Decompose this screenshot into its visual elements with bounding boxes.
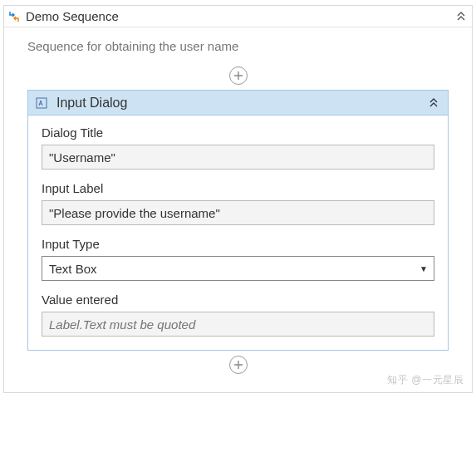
dialog-title-input[interactable] — [42, 145, 434, 170]
value-entered-group: Value entered — [42, 292, 434, 337]
dialog-title-group: Dialog Title — [42, 125, 434, 170]
activity-body: Dialog Title Input Label Input Type ▼ Va… — [28, 116, 448, 350]
input-dialog-activity[interactable]: Input Dialog Dialog Title Input Label — [27, 90, 449, 351]
add-activity-top-row — [27, 61, 449, 90]
value-entered-input[interactable] — [42, 312, 434, 337]
input-label-label: Input Label — [42, 181, 434, 195]
add-activity-bottom-row — [27, 351, 449, 379]
input-type-select[interactable] — [42, 256, 434, 281]
input-type-group: Input Type ▼ — [42, 237, 434, 281]
activity-collapse-icon[interactable] — [426, 96, 441, 111]
input-type-label: Input Type — [42, 237, 434, 251]
sequence-container: Demo Sequence Sequence for obtaining the… — [3, 5, 473, 393]
input-type-select-wrap: ▼ — [42, 256, 434, 281]
watermark: 知乎 @一元星辰 — [387, 373, 464, 387]
sequence-body: Sequence for obtaining the user name Inp… — [4, 27, 472, 392]
sequence-icon — [7, 10, 21, 23]
value-entered-label: Value entered — [42, 292, 434, 307]
activity-header: Input Dialog — [28, 91, 448, 116]
sequence-description: Sequence for obtaining the user name — [27, 36, 449, 61]
sequence-header: Demo Sequence — [4, 6, 472, 27]
input-label-group: Input Label — [42, 181, 434, 225]
sequence-title: Demo Sequence — [26, 9, 119, 23]
activity-title: Input Dialog — [56, 96, 127, 111]
collapse-icon[interactable] — [454, 9, 469, 24]
dialog-title-label: Dialog Title — [42, 125, 434, 140]
input-label-input[interactable] — [42, 200, 434, 225]
add-activity-button[interactable] — [229, 66, 248, 85]
input-dialog-icon — [35, 96, 48, 110]
add-activity-button-bottom[interactable] — [229, 356, 248, 374]
